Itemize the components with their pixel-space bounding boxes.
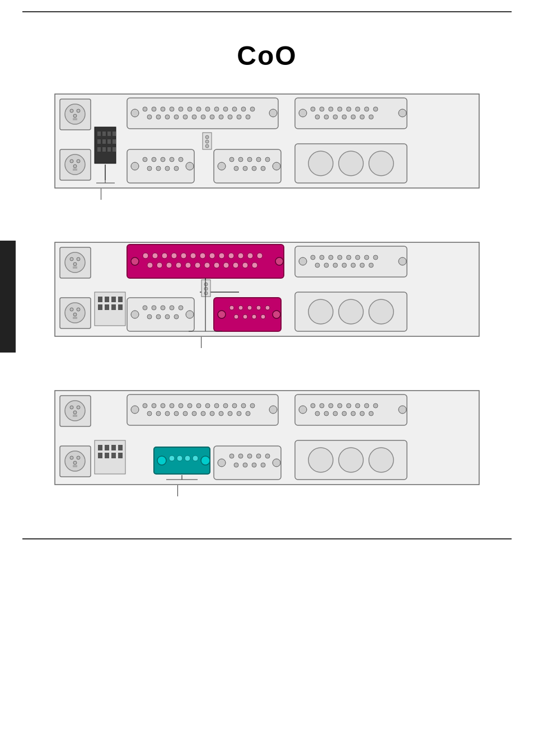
svg-point-284 xyxy=(320,403,324,408)
svg-point-271 xyxy=(229,454,234,458)
svg-rect-22 xyxy=(97,147,101,152)
svg-rect-129 xyxy=(127,245,284,278)
svg-point-101 xyxy=(369,115,373,119)
svg-point-130 xyxy=(131,257,139,265)
svg-point-58 xyxy=(205,140,209,143)
svg-point-238 xyxy=(161,403,165,408)
svg-point-40 xyxy=(223,107,228,111)
svg-point-277 xyxy=(243,463,247,467)
svg-point-67 xyxy=(179,157,183,162)
svg-point-112 xyxy=(73,262,77,266)
svg-point-296 xyxy=(360,411,364,416)
svg-point-203 xyxy=(360,263,364,267)
svg-point-292 xyxy=(324,411,329,416)
svg-point-293 xyxy=(333,411,338,416)
svg-point-3 xyxy=(70,109,73,112)
svg-point-63 xyxy=(143,157,147,162)
svg-point-104 xyxy=(339,151,363,176)
svg-point-135 xyxy=(171,253,177,259)
svg-point-166 xyxy=(143,306,147,310)
svg-point-48 xyxy=(183,115,188,119)
svg-rect-280 xyxy=(295,395,407,425)
svg-point-196 xyxy=(364,255,369,260)
svg-point-294 xyxy=(342,411,346,416)
svg-point-264 xyxy=(169,456,175,461)
svg-point-164 xyxy=(131,311,139,318)
svg-rect-121 xyxy=(98,297,102,302)
svg-point-252 xyxy=(174,411,179,416)
svg-point-272 xyxy=(238,454,243,458)
svg-rect-122 xyxy=(105,297,109,302)
svg-point-83 xyxy=(261,166,265,171)
svg-point-263 xyxy=(201,456,210,465)
svg-point-131 xyxy=(275,257,283,265)
svg-point-222 xyxy=(73,461,77,464)
svg-point-100 xyxy=(360,115,364,119)
svg-point-91 xyxy=(346,107,351,111)
svg-point-65 xyxy=(161,157,165,162)
svg-point-201 xyxy=(342,263,346,267)
svg-point-103 xyxy=(308,151,333,176)
svg-point-149 xyxy=(185,262,191,268)
coo-display: CoO xyxy=(22,29,512,93)
svg-point-202 xyxy=(351,263,355,267)
svg-point-301 xyxy=(369,448,394,472)
svg-point-54 xyxy=(237,115,241,119)
svg-point-85 xyxy=(299,109,307,117)
svg-point-29 xyxy=(131,109,139,117)
svg-point-242 xyxy=(196,403,201,408)
svg-rect-233 xyxy=(127,395,278,425)
svg-point-139 xyxy=(209,253,215,259)
svg-point-50 xyxy=(201,115,205,119)
svg-point-96 xyxy=(324,115,329,119)
svg-point-43 xyxy=(250,107,255,111)
svg-point-300 xyxy=(339,448,363,472)
svg-point-278 xyxy=(252,463,256,467)
svg-point-248 xyxy=(250,403,255,408)
svg-point-180 xyxy=(247,306,252,310)
svg-point-168 xyxy=(161,306,165,310)
diagram-section-2 xyxy=(22,242,512,351)
svg-point-193 xyxy=(338,255,342,260)
svg-rect-28 xyxy=(127,98,278,129)
diagram-section-1 xyxy=(22,93,512,203)
svg-point-52 xyxy=(219,115,223,119)
svg-point-49 xyxy=(192,115,196,119)
svg-point-66 xyxy=(170,157,174,162)
svg-point-167 xyxy=(152,306,156,310)
svg-point-30 xyxy=(269,109,277,117)
svg-point-235 xyxy=(269,406,277,414)
svg-point-88 xyxy=(320,107,324,111)
svg-point-78 xyxy=(256,157,261,162)
svg-point-204 xyxy=(369,263,373,267)
svg-point-144 xyxy=(257,253,263,259)
svg-point-183 xyxy=(234,314,238,319)
svg-point-216 xyxy=(73,411,77,414)
svg-point-38 xyxy=(205,107,210,111)
svg-point-41 xyxy=(232,107,237,111)
svg-point-133 xyxy=(152,253,158,259)
svg-rect-113 xyxy=(73,266,77,269)
svg-rect-223 xyxy=(73,465,77,467)
svg-point-170 xyxy=(179,306,183,310)
svg-point-269 xyxy=(218,459,226,467)
svg-point-140 xyxy=(219,253,224,259)
svg-point-97 xyxy=(333,115,338,119)
svg-point-281 xyxy=(299,406,307,414)
svg-point-33 xyxy=(161,107,165,111)
svg-point-37 xyxy=(196,107,201,111)
svg-point-181 xyxy=(256,306,261,310)
svg-point-245 xyxy=(223,403,228,408)
svg-point-239 xyxy=(170,403,174,408)
svg-point-39 xyxy=(214,107,219,111)
svg-point-74 xyxy=(273,162,280,170)
svg-point-99 xyxy=(351,115,355,119)
left-tab-indicator xyxy=(0,241,16,353)
svg-rect-19 xyxy=(102,139,106,144)
svg-point-174 xyxy=(174,314,179,319)
svg-point-42 xyxy=(241,107,246,111)
svg-point-51 xyxy=(210,115,214,119)
svg-point-36 xyxy=(188,107,192,111)
svg-point-289 xyxy=(364,403,369,408)
svg-point-87 xyxy=(311,107,315,111)
